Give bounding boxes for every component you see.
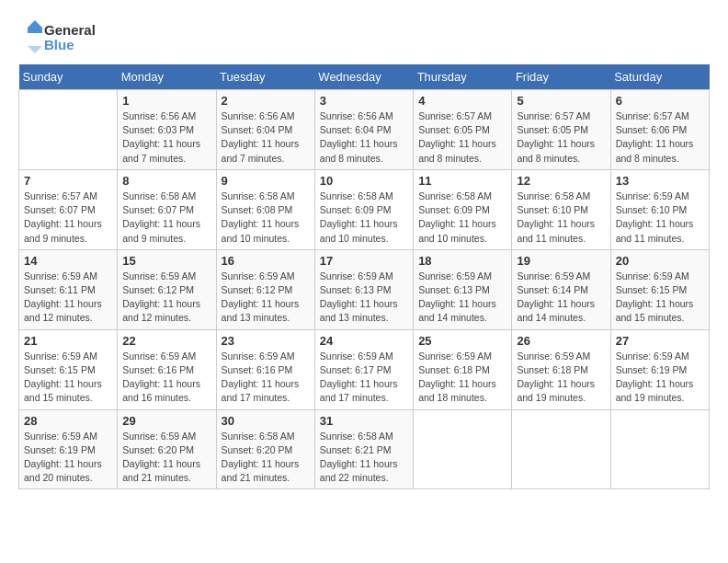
day-number: 1 bbox=[122, 94, 210, 108]
day-info: Sunrise: 6:59 AM Sunset: 6:12 PM Dayligh… bbox=[222, 270, 310, 326]
day-number: 5 bbox=[517, 94, 605, 108]
day-number: 16 bbox=[222, 254, 310, 268]
day-number: 11 bbox=[418, 174, 506, 188]
header-sunday: Sunday bbox=[19, 64, 118, 90]
day-info: Sunrise: 6:59 AM Sunset: 6:18 PM Dayligh… bbox=[517, 350, 605, 406]
day-number: 12 bbox=[517, 174, 605, 188]
calendar-cell: 1Sunrise: 6:56 AM Sunset: 6:03 PM Daylig… bbox=[118, 90, 216, 170]
calendar-body: 1Sunrise: 6:56 AM Sunset: 6:03 PM Daylig… bbox=[19, 90, 710, 489]
day-info: Sunrise: 6:59 AM Sunset: 6:10 PM Dayligh… bbox=[616, 190, 704, 246]
day-info: Sunrise: 6:56 AM Sunset: 6:04 PM Dayligh… bbox=[320, 109, 408, 166]
day-info: Sunrise: 6:56 AM Sunset: 6:03 PM Dayligh… bbox=[122, 109, 210, 166]
day-info: Sunrise: 6:57 AM Sunset: 6:07 PM Dayligh… bbox=[24, 190, 112, 246]
calendar-cell: 6Sunrise: 6:57 AM Sunset: 6:06 PM Daylig… bbox=[610, 90, 709, 170]
calendar-cell: 21Sunrise: 6:59 AM Sunset: 6:15 PM Dayli… bbox=[19, 329, 118, 409]
week-row-5: 28Sunrise: 6:59 AM Sunset: 6:19 PM Dayli… bbox=[19, 409, 710, 489]
svg-rect-3 bbox=[28, 28, 42, 33]
header-wednesday: Wednesday bbox=[314, 64, 413, 90]
page-header: General Blue bbox=[18, 18, 710, 55]
day-info: Sunrise: 6:58 AM Sunset: 6:08 PM Dayligh… bbox=[222, 190, 310, 246]
calendar-cell: 8Sunrise: 6:58 AM Sunset: 6:07 PM Daylig… bbox=[118, 169, 216, 249]
calendar-cell: 24Sunrise: 6:59 AM Sunset: 6:17 PM Dayli… bbox=[314, 329, 413, 409]
day-info: Sunrise: 6:59 AM Sunset: 6:13 PM Dayligh… bbox=[320, 270, 408, 326]
day-number: 4 bbox=[418, 94, 506, 108]
header-monday: Monday bbox=[118, 64, 216, 90]
week-row-3: 14Sunrise: 6:59 AM Sunset: 6:11 PM Dayli… bbox=[19, 249, 710, 329]
calendar-cell: 20Sunrise: 6:59 AM Sunset: 6:15 PM Dayli… bbox=[610, 249, 709, 329]
calendar-cell bbox=[414, 409, 512, 489]
calendar-cell bbox=[19, 90, 118, 170]
header-row: SundayMondayTuesdayWednesdayThursdayFrid… bbox=[19, 64, 710, 90]
day-info: Sunrise: 6:58 AM Sunset: 6:21 PM Dayligh… bbox=[320, 430, 408, 486]
calendar-cell: 29Sunrise: 6:59 AM Sunset: 6:20 PM Dayli… bbox=[118, 409, 216, 489]
calendar-cell: 4Sunrise: 6:57 AM Sunset: 6:05 PM Daylig… bbox=[414, 90, 512, 170]
day-info: Sunrise: 6:59 AM Sunset: 6:13 PM Dayligh… bbox=[418, 270, 506, 326]
calendar-cell: 30Sunrise: 6:58 AM Sunset: 6:20 PM Dayli… bbox=[216, 409, 314, 489]
week-row-1: 1Sunrise: 6:56 AM Sunset: 6:03 PM Daylig… bbox=[19, 90, 710, 170]
day-number: 10 bbox=[320, 174, 408, 188]
svg-text:General: General bbox=[44, 22, 96, 38]
calendar-header: SundayMondayTuesdayWednesdayThursdayFrid… bbox=[19, 64, 710, 90]
svg-marker-2 bbox=[28, 20, 42, 28]
week-row-4: 21Sunrise: 6:59 AM Sunset: 6:15 PM Dayli… bbox=[19, 329, 710, 409]
calendar-cell bbox=[610, 409, 709, 489]
calendar-cell: 9Sunrise: 6:58 AM Sunset: 6:08 PM Daylig… bbox=[216, 169, 314, 249]
day-info: Sunrise: 6:57 AM Sunset: 6:05 PM Dayligh… bbox=[418, 109, 506, 166]
calendar-cell: 14Sunrise: 6:59 AM Sunset: 6:11 PM Dayli… bbox=[19, 249, 118, 329]
day-number: 24 bbox=[320, 334, 408, 348]
day-number: 28 bbox=[24, 414, 112, 428]
day-info: Sunrise: 6:59 AM Sunset: 6:17 PM Dayligh… bbox=[320, 350, 408, 406]
day-info: Sunrise: 6:57 AM Sunset: 6:05 PM Dayligh… bbox=[517, 109, 605, 166]
logo: General Blue bbox=[18, 18, 119, 55]
calendar-cell: 26Sunrise: 6:59 AM Sunset: 6:18 PM Dayli… bbox=[512, 329, 610, 409]
day-info: Sunrise: 6:59 AM Sunset: 6:14 PM Dayligh… bbox=[517, 270, 605, 326]
calendar-cell: 7Sunrise: 6:57 AM Sunset: 6:07 PM Daylig… bbox=[19, 169, 118, 249]
svg-marker-4 bbox=[28, 46, 42, 53]
calendar-cell: 27Sunrise: 6:59 AM Sunset: 6:19 PM Dayli… bbox=[610, 329, 709, 409]
day-info: Sunrise: 6:59 AM Sunset: 6:15 PM Dayligh… bbox=[616, 270, 704, 326]
calendar-cell: 11Sunrise: 6:58 AM Sunset: 6:09 PM Dayli… bbox=[414, 169, 512, 249]
day-info: Sunrise: 6:59 AM Sunset: 6:19 PM Dayligh… bbox=[616, 350, 704, 406]
logo-svg: General Blue bbox=[18, 18, 119, 55]
calendar-cell: 17Sunrise: 6:59 AM Sunset: 6:13 PM Dayli… bbox=[314, 249, 413, 329]
calendar-cell: 13Sunrise: 6:59 AM Sunset: 6:10 PM Dayli… bbox=[610, 169, 709, 249]
calendar-cell: 22Sunrise: 6:59 AM Sunset: 6:16 PM Dayli… bbox=[118, 329, 216, 409]
svg-text:Blue: Blue bbox=[44, 37, 74, 52]
calendar-cell: 10Sunrise: 6:58 AM Sunset: 6:09 PM Dayli… bbox=[314, 169, 413, 249]
calendar-cell: 12Sunrise: 6:58 AM Sunset: 6:10 PM Dayli… bbox=[512, 169, 610, 249]
day-info: Sunrise: 6:58 AM Sunset: 6:10 PM Dayligh… bbox=[517, 190, 605, 246]
day-info: Sunrise: 6:58 AM Sunset: 6:09 PM Dayligh… bbox=[418, 190, 506, 246]
calendar-cell: 28Sunrise: 6:59 AM Sunset: 6:19 PM Dayli… bbox=[19, 409, 118, 489]
day-info: Sunrise: 6:59 AM Sunset: 6:16 PM Dayligh… bbox=[122, 350, 210, 406]
day-number: 18 bbox=[418, 254, 506, 268]
calendar-cell: 19Sunrise: 6:59 AM Sunset: 6:14 PM Dayli… bbox=[512, 249, 610, 329]
day-number: 2 bbox=[222, 94, 310, 108]
calendar-cell: 15Sunrise: 6:59 AM Sunset: 6:12 PM Dayli… bbox=[118, 249, 216, 329]
header-tuesday: Tuesday bbox=[216, 64, 314, 90]
day-number: 23 bbox=[222, 334, 310, 348]
day-number: 25 bbox=[418, 334, 506, 348]
day-number: 13 bbox=[616, 174, 704, 188]
day-info: Sunrise: 6:59 AM Sunset: 6:16 PM Dayligh… bbox=[222, 350, 310, 406]
calendar-cell: 31Sunrise: 6:58 AM Sunset: 6:21 PM Dayli… bbox=[314, 409, 413, 489]
day-number: 15 bbox=[122, 254, 210, 268]
calendar-cell: 2Sunrise: 6:56 AM Sunset: 6:04 PM Daylig… bbox=[216, 90, 314, 170]
day-info: Sunrise: 6:59 AM Sunset: 6:11 PM Dayligh… bbox=[24, 270, 112, 326]
day-number: 6 bbox=[616, 94, 704, 108]
calendar-cell: 25Sunrise: 6:59 AM Sunset: 6:18 PM Dayli… bbox=[414, 329, 512, 409]
header-saturday: Saturday bbox=[610, 64, 709, 90]
day-info: Sunrise: 6:59 AM Sunset: 6:19 PM Dayligh… bbox=[24, 430, 112, 486]
header-friday: Friday bbox=[512, 64, 610, 90]
day-info: Sunrise: 6:58 AM Sunset: 6:20 PM Dayligh… bbox=[222, 430, 310, 486]
day-number: 20 bbox=[616, 254, 704, 268]
day-info: Sunrise: 6:59 AM Sunset: 6:20 PM Dayligh… bbox=[122, 430, 210, 486]
day-number: 3 bbox=[320, 94, 408, 108]
day-number: 9 bbox=[222, 174, 310, 188]
day-number: 21 bbox=[24, 334, 112, 348]
calendar-table: SundayMondayTuesdayWednesdayThursdayFrid… bbox=[18, 64, 710, 489]
calendar-cell: 5Sunrise: 6:57 AM Sunset: 6:05 PM Daylig… bbox=[512, 90, 610, 170]
day-number: 30 bbox=[222, 414, 310, 428]
day-number: 22 bbox=[122, 334, 210, 348]
calendar-cell: 3Sunrise: 6:56 AM Sunset: 6:04 PM Daylig… bbox=[314, 90, 413, 170]
week-row-2: 7Sunrise: 6:57 AM Sunset: 6:07 PM Daylig… bbox=[19, 169, 710, 249]
